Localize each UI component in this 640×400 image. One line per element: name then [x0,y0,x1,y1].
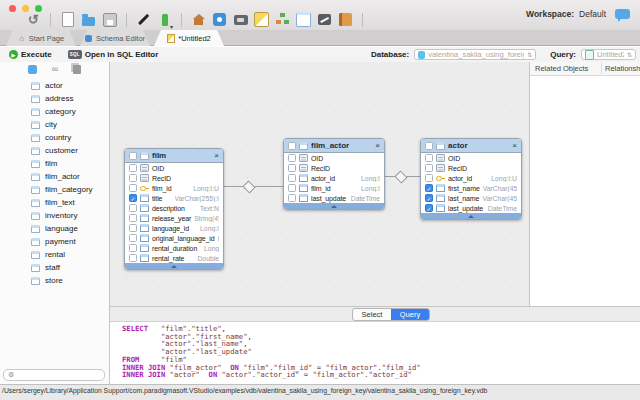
field-checkbox[interactable] [129,244,137,252]
field-checkbox[interactable] [288,154,296,162]
sql-tab-query[interactable]: Query [391,309,429,320]
tab-start-page[interactable]: Start Page [6,30,76,46]
field-row-RecID[interactable]: RecID [421,163,521,173]
window-icon[interactable] [296,12,311,27]
traffic-light-close[interactable] [9,5,16,12]
field-row-last_update[interactable]: ✓last_updateDateTime [421,203,521,213]
sidebar-item-film[interactable]: film [0,157,108,170]
chat-bubble-icon[interactable] [615,9,630,19]
field-row-release_year[interactable]: release_yearString(4):N [125,213,223,223]
tab-untitled2[interactable]: *Untitled2 [154,30,224,46]
field-row-title[interactable]: ✓titleVarChar(255):I [125,193,223,203]
field-row-RecID[interactable]: RecID [284,163,384,173]
field-row-last_update[interactable]: last_updateDateTime [284,193,384,203]
field-checkbox[interactable]: ✓ [425,184,433,192]
field-row-actor_id[interactable]: actor_idLong:I:U [421,173,521,183]
tables-view-icon[interactable] [28,65,37,74]
field-checkbox[interactable]: ✓ [129,194,137,202]
relation-diamond-icon[interactable] [242,180,255,193]
field-checkbox[interactable] [288,194,296,202]
field-checkbox[interactable] [129,234,137,242]
pen-icon[interactable] [136,12,151,27]
column-header-related-objects[interactable]: Related Objects [535,64,588,73]
field-checkbox[interactable] [288,164,296,172]
more-fields-indicator[interactable] [125,263,223,269]
table-header-actor[interactable]: actor× [421,139,521,153]
field-checkbox[interactable] [129,254,137,262]
table-checkbox[interactable] [288,142,296,150]
table-film[interactable]: film×OIDRecIDfilm_idLong:I:U✓titleVarCha… [124,148,224,270]
schema-editor-icon[interactable] [212,12,227,27]
field-row-OID[interactable]: OID [125,163,223,173]
field-checkbox[interactable]: ✓ [425,204,433,212]
table-checkbox[interactable] [129,152,137,160]
table-actor[interactable]: actor×OIDRecIDactor_idLong:I:U✓first_nam… [420,138,522,220]
column-divider[interactable] [601,63,602,74]
field-row-last_name[interactable]: ✓last_nameVarChar(45):I [421,193,521,203]
field-row-film_id[interactable]: film_idLong:I [284,183,384,193]
field-row-first_name[interactable]: ✓first_nameVarChar(45) [421,183,521,193]
diagram-icon[interactable] [254,12,269,27]
field-checkbox[interactable] [129,214,137,222]
field-row-language_id[interactable]: language_idLong:I [125,223,223,233]
sql-tab-select[interactable]: Select [353,309,391,320]
field-checkbox[interactable] [425,154,433,162]
sidebar-filter-box[interactable]: ⚙ [3,369,105,381]
close-icon[interactable]: × [375,142,380,150]
field-row-actor_id[interactable]: actor_idLong:I [284,173,384,183]
sidebar-item-country[interactable]: country [0,131,108,144]
field-checkbox[interactable]: ✓ [425,194,433,202]
field-row-OID[interactable]: OID [284,153,384,163]
add-table-icon[interactable] [157,12,172,27]
sidebar-item-film_text[interactable]: film_text [0,196,108,209]
report-icon[interactable] [338,12,353,27]
query-select[interactable]: Untitled2 ⇅ [581,49,636,60]
table-film_actor[interactable]: film_actor×OIDRecIDactor_idLong:Ifilm_id… [283,138,385,210]
copy-view-icon[interactable] [73,65,81,74]
sidebar-item-film_actor[interactable]: film_actor [0,170,108,183]
field-row-film_id[interactable]: film_idLong:I:U [125,183,223,193]
column-header-relationship[interactable]: Relationship [605,64,640,73]
open-folder-icon[interactable] [81,12,96,27]
field-checkbox[interactable] [288,184,296,192]
field-row-original_language_id[interactable]: original_language_idLo... [125,233,223,243]
execute-button[interactable]: ▶ Execute [9,50,52,59]
sidebar-item-payment[interactable]: payment [0,235,108,248]
table-header-film_actor[interactable]: film_actor× [284,139,384,153]
relation-diamond-icon[interactable] [394,170,407,183]
diagram-canvas[interactable]: film×OIDRecIDfilm_idLong:I:U✓titleVarCha… [110,62,530,306]
open-in-sql-editor-button[interactable]: SQL Open in SQL Editor [68,50,159,59]
hierarchy-icon[interactable] [275,12,290,27]
sidebar-item-store[interactable]: store [0,274,108,287]
close-icon[interactable]: × [214,152,219,160]
undo-icon[interactable]: ↺ [26,12,41,27]
field-checkbox[interactable] [425,164,433,172]
sql-editor-icon[interactable] [233,12,248,27]
field-checkbox[interactable] [129,174,137,182]
tab-schema-editor[interactable]: Schema Editor [80,30,150,46]
sidebar-item-category[interactable]: category [0,105,108,118]
field-checkbox[interactable] [425,174,433,182]
field-row-description[interactable]: descriptionText:N [125,203,223,213]
field-checkbox[interactable] [129,164,137,172]
home-icon[interactable] [191,12,206,27]
chart-icon[interactable] [317,12,332,27]
sidebar-item-language[interactable]: language [0,222,108,235]
sql-editor[interactable]: SELECT "film"."title", "actor"."first_na… [110,322,640,379]
field-row-OID[interactable]: OID [421,153,521,163]
more-fields-indicator[interactable] [284,203,384,209]
sidebar-item-customer[interactable]: customer [0,144,108,157]
field-checkbox[interactable] [129,184,137,192]
field-checkbox[interactable] [288,174,296,182]
save-icon[interactable] [102,12,117,27]
sidebar-item-city[interactable]: city [0,118,108,131]
table-header-film[interactable]: film× [125,149,223,163]
field-row-RecID[interactable]: RecID [125,173,223,183]
table-checkbox[interactable] [425,142,433,150]
field-row-rental_rate[interactable]: rental_rateDouble [125,253,223,263]
more-fields-indicator[interactable] [421,213,521,219]
sidebar-item-film_category[interactable]: film_category [0,183,108,196]
sidebar-item-address[interactable]: address [0,92,108,105]
new-file-icon[interactable] [60,12,75,27]
close-icon[interactable]: × [512,142,517,150]
